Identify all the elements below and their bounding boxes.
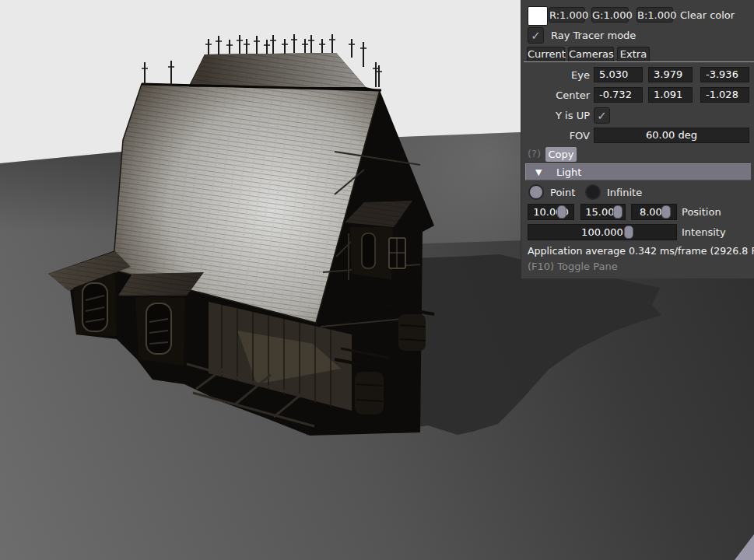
clear-color-swatch[interactable] — [528, 6, 548, 26]
light-infinite-radio[interactable] — [585, 184, 601, 200]
toggle-pane-hint: (F10) Toggle Pane — [528, 261, 618, 272]
center-y-field[interactable]: 1.091 — [648, 87, 693, 103]
tab-cameras[interactable]: Cameras — [568, 47, 614, 61]
center-z-field[interactable]: -1.028 — [700, 87, 749, 103]
checkmark-icon: ✓ — [597, 109, 607, 123]
ray-tracer-label: Ray Tracer mode — [551, 30, 636, 41]
slider-handle[interactable] — [613, 205, 622, 219]
slider-handle[interactable] — [661, 205, 671, 219]
slider-handle[interactable] — [557, 205, 566, 219]
center-x-field[interactable]: -0.732 — [594, 87, 643, 103]
light-position-y-slider[interactable]: 15.000 — [580, 204, 626, 220]
light-group-header[interactable]: ▼ Light — [525, 163, 751, 180]
y-is-up-label: Y is UP — [521, 110, 590, 121]
tab-current[interactable]: Current — [527, 47, 565, 61]
clear-color-b-button[interactable]: B:1.000 — [637, 7, 673, 23]
fov-field[interactable]: 60.00 deg — [594, 128, 749, 143]
bay-window — [345, 201, 412, 280]
tab-separator — [524, 61, 754, 62]
light-position-x-slider[interactable]: 10.000 — [528, 204, 574, 220]
ray-tracer-checkbox[interactable]: ✓ — [528, 27, 544, 44]
light-point-radio[interactable] — [528, 184, 544, 200]
help-button[interactable]: (?) — [528, 148, 541, 159]
light-group-label: Light — [556, 164, 581, 181]
checkmark-icon: ✓ — [531, 29, 541, 43]
eye-z-field[interactable]: -3.936 — [700, 67, 749, 82]
app-window: R:1.000 G:1.000 B:1.000 Clear color ✓ Ra… — [0, 0, 754, 560]
copy-button[interactable]: Copy — [545, 147, 577, 162]
center-label: Center — [521, 89, 590, 101]
clear-color-g-button[interactable]: G:1.000 — [591, 7, 629, 23]
clear-color-r-button[interactable]: R:1.000 — [549, 7, 585, 23]
fps-status-text: Application average 0.342 ms/frame (2926… — [528, 245, 754, 257]
collapse-triangle-icon: ▼ — [535, 164, 542, 181]
light-intensity-label: Intensity — [682, 226, 726, 238]
fov-label: FOV — [521, 130, 590, 142]
eye-y-field[interactable]: 3.979 — [648, 67, 693, 82]
light-intensity-slider[interactable]: 100.000 — [528, 224, 677, 240]
light-infinite-label: Infinite — [607, 187, 642, 198]
light-intensity-value: 100.000 — [581, 226, 623, 238]
light-position-z-slider[interactable]: 8.000 — [631, 204, 677, 220]
clear-color-label: Clear color — [680, 9, 735, 21]
eye-x-field[interactable]: 5.030 — [594, 67, 643, 82]
light-point-label: Point — [550, 187, 575, 198]
eye-label: Eye — [521, 69, 590, 81]
light-position-label: Position — [682, 206, 721, 218]
tab-extra[interactable]: Extra — [617, 47, 650, 61]
tweak-panel: R:1.000 G:1.000 B:1.000 Clear color ✓ Ra… — [521, 0, 754, 278]
slider-handle[interactable] — [624, 226, 633, 239]
y-is-up-checkbox[interactable]: ✓ — [594, 107, 610, 124]
